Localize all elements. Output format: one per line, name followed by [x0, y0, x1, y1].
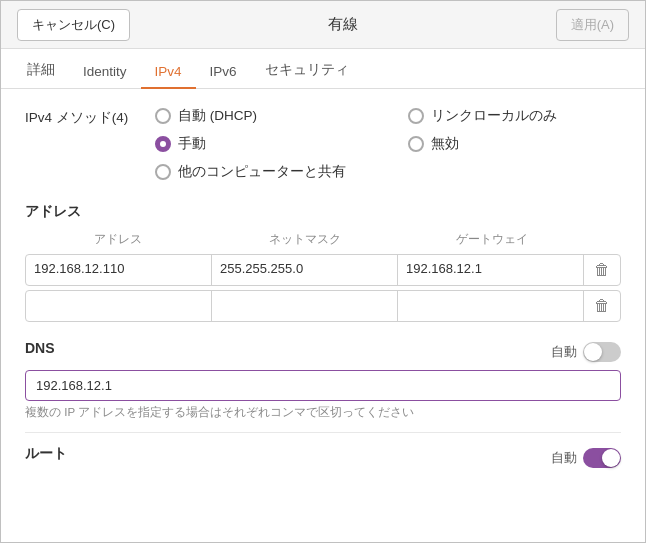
dns-toggle[interactable]	[583, 342, 621, 362]
col-action	[585, 229, 621, 250]
gateway-input-1[interactable]	[406, 261, 575, 276]
dns-section: DNS 自動 複数の IP アドレスを指定する場合はそれぞれコンマで区切ってくだ…	[25, 340, 621, 420]
route-section: ルート 自動	[25, 445, 621, 471]
netmask-input-2[interactable]	[220, 297, 389, 312]
col-address: アドレス	[25, 229, 212, 250]
apply-button[interactable]: 適用(A)	[556, 9, 629, 41]
address-input-2[interactable]	[34, 297, 203, 312]
address-input-1[interactable]	[34, 261, 203, 276]
dns-hint: 複数の IP アドレスを指定する場合はそれぞれコンマで区切ってください	[25, 405, 621, 420]
netmask-cell-2[interactable]	[212, 291, 398, 321]
address-cell-1[interactable]	[26, 255, 212, 285]
col-netmask: ネットマスク	[212, 229, 399, 250]
dns-auto-label: 自動	[551, 343, 577, 361]
route-auto-label: 自動	[551, 449, 577, 467]
method-shared[interactable]: 他のコンピューターと共有	[155, 163, 368, 181]
tab-security[interactable]: セキュリティ	[251, 53, 363, 89]
method-shared-label: 他のコンピューターと共有	[178, 163, 346, 181]
address-cell-2[interactable]	[26, 291, 212, 321]
tab-bar: 詳細 Identity IPv4 IPv6 セキュリティ	[1, 49, 645, 89]
gateway-cell-1[interactable]	[398, 255, 584, 285]
table-row: 🗑	[25, 254, 621, 286]
ipv4-method-row: IPv4 メソッド(4) 自動 (DHCP) リンクローカルのみ 手動 無効	[25, 107, 621, 181]
method-label: IPv4 メソッド(4)	[25, 107, 155, 127]
gateway-input-2[interactable]	[406, 297, 575, 312]
radio-shared	[155, 164, 171, 180]
divider	[25, 432, 621, 433]
address-section: アドレス アドレス ネットマスク ゲートウェイ 🗑	[25, 203, 621, 322]
method-options: 自動 (DHCP) リンクローカルのみ 手動 無効 他のコンピューターと共有	[155, 107, 621, 181]
dns-toggle-container: 自動	[551, 342, 621, 362]
dns-input[interactable]	[25, 370, 621, 401]
method-manual-label: 手動	[178, 135, 206, 153]
method-disabled[interactable]: 無効	[408, 135, 621, 153]
method-dhcp[interactable]: 自動 (DHCP)	[155, 107, 368, 125]
content-area: IPv4 メソッド(4) 自動 (DHCP) リンクローカルのみ 手動 無効	[1, 89, 645, 542]
route-toggle[interactable]	[583, 448, 621, 468]
route-toggle-knob	[602, 449, 620, 467]
netmask-input-1[interactable]	[220, 261, 389, 276]
route-header-row: ルート 自動	[25, 445, 621, 471]
dns-label: DNS	[25, 340, 55, 356]
cancel-button[interactable]: キャンセル(C)	[17, 9, 130, 41]
dns-header-row: DNS 自動	[25, 340, 621, 364]
method-link-local-label: リンクローカルのみ	[431, 107, 557, 125]
route-toggle-container: 自動	[551, 448, 621, 468]
window-title: 有線	[328, 15, 358, 34]
col-gateway: ゲートウェイ	[398, 229, 585, 250]
radio-dhcp	[155, 108, 171, 124]
main-window: キャンセル(C) 有線 適用(A) 詳細 Identity IPv4 IPv6 …	[0, 0, 646, 543]
address-table-header: アドレス ネットマスク ゲートウェイ	[25, 229, 621, 254]
tab-details[interactable]: 詳細	[13, 53, 69, 89]
method-disabled-label: 無効	[431, 135, 459, 153]
netmask-cell-1[interactable]	[212, 255, 398, 285]
method-link-local[interactable]: リンクローカルのみ	[408, 107, 621, 125]
gateway-cell-2[interactable]	[398, 291, 584, 321]
method-dhcp-label: 自動 (DHCP)	[178, 107, 257, 125]
route-label: ルート	[25, 445, 67, 463]
dns-toggle-knob	[584, 343, 602, 361]
tab-ipv4[interactable]: IPv4	[141, 56, 196, 89]
method-manual[interactable]: 手動	[155, 135, 368, 153]
delete-row-2[interactable]: 🗑	[584, 291, 620, 321]
delete-row-1[interactable]: 🗑	[584, 255, 620, 285]
radio-link-local	[408, 108, 424, 124]
tab-identity[interactable]: Identity	[69, 56, 141, 89]
radio-disabled	[408, 136, 424, 152]
address-section-title: アドレス	[25, 203, 621, 221]
titlebar: キャンセル(C) 有線 適用(A)	[1, 1, 645, 49]
tab-ipv6[interactable]: IPv6	[196, 56, 251, 89]
radio-manual	[155, 136, 171, 152]
table-row: 🗑	[25, 290, 621, 322]
